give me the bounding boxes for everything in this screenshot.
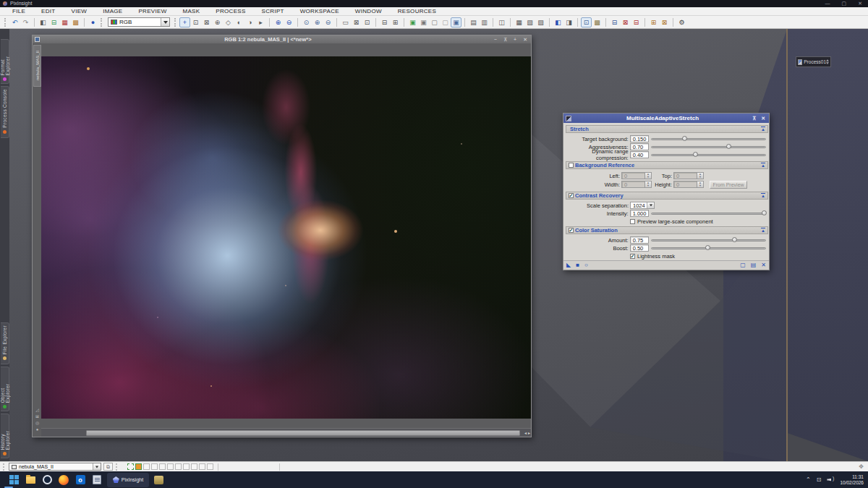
zoom-to-fit-icon[interactable]: ⊡ bbox=[190, 17, 201, 27]
new-preview-icon[interactable]: ▭ bbox=[340, 17, 351, 27]
menu-item-resources[interactable]: RESOURCES bbox=[390, 8, 444, 14]
multiscale-adaptive-stretch-dialog[interactable]: MultiscaleAdaptiveStretch ⊼ ✕ Stretch ▲ … bbox=[563, 113, 770, 270]
workspace-square-11[interactable] bbox=[207, 463, 213, 470]
amount-input[interactable]: 0.75 bbox=[630, 236, 649, 244]
reset-icon[interactable]: ✕ bbox=[761, 261, 766, 270]
minimize-button[interactable]: — bbox=[825, 0, 830, 7]
workspace-square-7[interactable] bbox=[175, 463, 182, 470]
dynamic-range-compression-input[interactable]: 0.40 bbox=[630, 151, 649, 158]
wallpaper-icon[interactable]: ▩ bbox=[592, 17, 603, 27]
edit-preview-icon[interactable]: ⊠ bbox=[351, 17, 362, 27]
show-mask-icon[interactable]: ▤ bbox=[468, 17, 479, 27]
firefox-taskbar-icon[interactable] bbox=[56, 473, 72, 487]
intensity-input[interactable]: 1.000 bbox=[630, 210, 649, 217]
section-contrast-recovery-header[interactable]: ✓ Contrast Recovery ▲ bbox=[566, 192, 768, 200]
dropdown-arrow-icon[interactable] bbox=[647, 202, 654, 208]
dialog-close-button[interactable]: ✕ bbox=[761, 116, 765, 121]
window-list-icon[interactable]: ◫ bbox=[496, 17, 507, 27]
speaker-icon[interactable] bbox=[827, 477, 834, 483]
tray-caret-icon[interactable]: ⌃ bbox=[806, 476, 811, 483]
invert-mask-icon[interactable]: ▢ bbox=[440, 17, 451, 27]
pan-mode-icon[interactable]: + bbox=[179, 17, 190, 27]
workspace-square-9[interactable] bbox=[191, 463, 197, 470]
hide-toolbars-icon[interactable]: ⊟ bbox=[631, 17, 642, 27]
apply-global-icon[interactable]: ■ bbox=[576, 261, 579, 270]
statusbar-move-icon[interactable]: ✥ bbox=[859, 463, 868, 470]
view-selector-dropdown[interactable]: nebula_MAS_II bbox=[9, 463, 101, 471]
browse-documentation-icon[interactable]: ▢ bbox=[740, 261, 746, 270]
display-tray-icon[interactable]: ⊡ bbox=[817, 476, 822, 483]
menu-item-image[interactable]: IMAGE bbox=[95, 8, 130, 14]
top-input[interactable]: 0 bbox=[673, 172, 697, 179]
workspace-square-5[interactable] bbox=[159, 463, 166, 470]
section-reset-icon[interactable]: ▲ bbox=[761, 127, 765, 132]
dock-tab-format-explorer[interactable]: Format Explorer bbox=[1, 39, 9, 84]
pixinsight-taskbar-button[interactable]: PixInsight bbox=[107, 473, 149, 487]
dock-tab-object-explorer[interactable]: Object Explorer bbox=[1, 367, 9, 411]
image-window[interactable]: RGB 1:2 nebula_MAS_II | <*new*> − ⊼ + ✕ … bbox=[32, 35, 532, 437]
workspace-square-2[interactable] bbox=[135, 463, 142, 470]
image-window-minimize-button[interactable]: − bbox=[494, 35, 497, 43]
process-icon-process01[interactable]: Process01 bbox=[796, 56, 831, 67]
menu-item-view[interactable]: VIEW bbox=[64, 8, 95, 14]
new-mask-icon[interactable]: ▣ bbox=[407, 17, 418, 27]
zoom-in-icon[interactable]: ⊕ bbox=[273, 17, 284, 27]
mask-statistics-icon[interactable]: ▥ bbox=[479, 17, 490, 27]
dialog-titlebar[interactable]: MultiscaleAdaptiveStretch ⊼ ✕ bbox=[563, 114, 769, 123]
contrast-recovery-checkbox[interactable]: ✓ bbox=[569, 193, 574, 198]
tile-horizontal-icon[interactable]: ◧ bbox=[553, 17, 563, 27]
maximize-button[interactable]: ▢ bbox=[842, 0, 847, 7]
tile-vertical-icon[interactable]: ◨ bbox=[563, 17, 574, 27]
move-view-icon[interactable]: ◇ bbox=[223, 17, 234, 27]
view-selector-arrow-icon[interactable] bbox=[93, 463, 101, 470]
zoom-1-1-icon[interactable]: ⊙ bbox=[301, 17, 312, 27]
horizontal-scrollbar[interactable]: ◂ ▸ bbox=[41, 428, 531, 437]
workspace-square-1[interactable] bbox=[127, 463, 134, 470]
width-spinner[interactable]: ▲▼ bbox=[645, 181, 652, 188]
grid-toggle-icon[interactable]: ⊞ bbox=[35, 414, 39, 419]
realtime-preview-icon[interactable]: ○ bbox=[584, 261, 588, 270]
scrollbar-thumb[interactable] bbox=[86, 430, 520, 436]
menu-item-window[interactable]: WINDOW bbox=[347, 8, 390, 14]
menu-item-process[interactable]: PROCESS bbox=[208, 8, 253, 14]
section-background-reference-header[interactable]: Background Reference ▲ bbox=[566, 161, 768, 169]
dialog-shade-button[interactable]: ⊼ bbox=[752, 116, 756, 121]
redo-icon[interactable]: ↷ bbox=[20, 17, 31, 27]
section-color-saturation-header[interactable]: ✓ Color Saturation ▲ bbox=[566, 226, 768, 234]
new-instance-icon[interactable]: ▤ bbox=[751, 261, 757, 270]
intensity-slider[interactable] bbox=[651, 210, 766, 217]
boost-slider[interactable] bbox=[651, 244, 766, 252]
preferences-gear-icon[interactable]: ⚙ bbox=[676, 17, 687, 27]
select-cursor-icon[interactable]: ▸ bbox=[255, 17, 266, 27]
dynamic-range-compression-slider[interactable] bbox=[651, 151, 766, 158]
menu-item-workspace[interactable]: WORKSPACE bbox=[292, 8, 347, 14]
hide-docks-icon[interactable]: ⊠ bbox=[620, 17, 631, 27]
scale-separation-dropdown[interactable]: 1024 bbox=[630, 202, 655, 209]
dock-panel-icon[interactable]: ⊟ bbox=[609, 17, 620, 27]
iconize-window-icon[interactable]: ◧ bbox=[38, 17, 48, 27]
dock-tab-history-explorer[interactable]: History Explorer bbox=[1, 414, 9, 458]
tile-windows-icon[interactable]: ▦ bbox=[514, 17, 524, 27]
lightness-mask-checkbox[interactable]: ✓ bbox=[630, 254, 635, 259]
notes-app-taskbar-icon[interactable] bbox=[89, 473, 105, 487]
workspace-square-6[interactable] bbox=[167, 463, 174, 470]
dropdown-arrow-icon[interactable] bbox=[161, 18, 169, 26]
color-saturation-checkbox[interactable]: ✓ bbox=[569, 228, 574, 233]
image-window-close-button[interactable]: ✕ bbox=[523, 35, 527, 43]
workspace-square-10[interactable] bbox=[199, 463, 205, 470]
boost-input[interactable]: 0.50 bbox=[630, 244, 649, 252]
enable-mask-icon[interactable]: ▣ bbox=[451, 17, 461, 27]
extra-app-taskbar-icon[interactable] bbox=[150, 473, 166, 487]
delete-preview-icon[interactable]: ⊡ bbox=[362, 17, 373, 27]
redo-preview-icon[interactable]: ⊞ bbox=[390, 17, 401, 27]
section-reset-icon[interactable]: ▲ bbox=[761, 228, 765, 233]
remove-mask-icon[interactable]: ▣ bbox=[418, 17, 429, 27]
aggressiveness-slider[interactable] bbox=[651, 143, 766, 150]
duplicate-view-button[interactable]: ⧉ bbox=[103, 463, 113, 471]
height-input[interactable]: 0 bbox=[673, 181, 697, 188]
fit-window-icon[interactable]: ⊖ bbox=[323, 17, 333, 27]
process-icon-spin-buttons[interactable] bbox=[826, 59, 829, 64]
clock[interactable]: 11:31 10/02/2026 bbox=[840, 474, 864, 486]
scroll-right-icon[interactable]: ▸ bbox=[528, 430, 530, 436]
from-preview-button[interactable]: From Preview bbox=[710, 181, 747, 189]
